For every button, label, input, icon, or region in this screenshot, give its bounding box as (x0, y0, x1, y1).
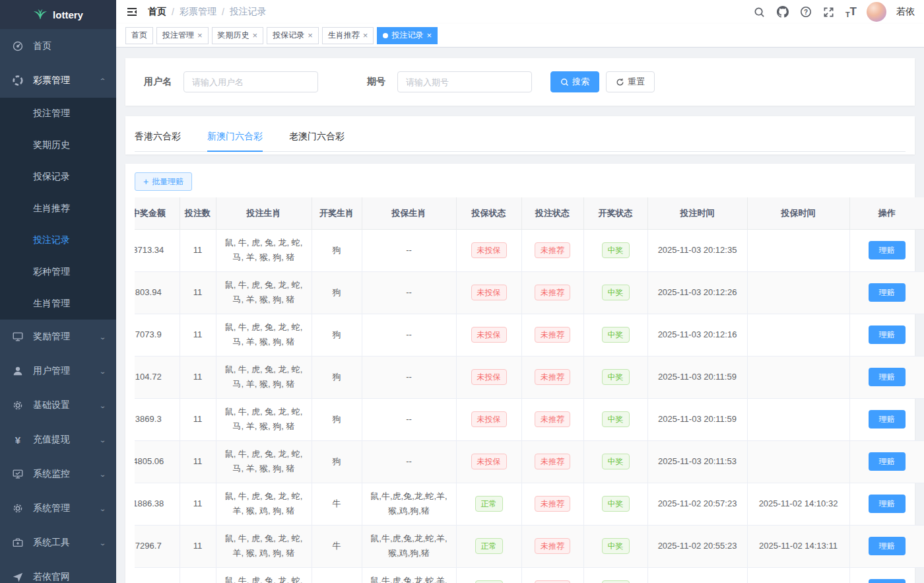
logo-text: lottery (53, 9, 83, 20)
draw-status-cell: 中奖 (583, 314, 647, 356)
sidebar-item-0[interactable]: 首页 (0, 29, 116, 63)
insure-time-cell (747, 314, 849, 356)
sidebar-item-7[interactable]: 系统管理⌄ (0, 491, 116, 526)
tag-active[interactable]: 投注记录× (377, 27, 438, 44)
lottery-tabs: 香港六合彩新澳门六合彩老澳门六合彩 (135, 124, 906, 152)
submenu-item[interactable]: 彩种管理 (0, 256, 116, 288)
fullscreen-icon[interactable] (822, 5, 836, 18)
sidebar-toggle-button[interactable] (125, 5, 139, 18)
bet-zodiac-cell: 鼠, 牛, 虎, 兔, 龙, 蛇, 马, 羊, 猴, 狗, 猪 (216, 229, 312, 271)
refresh-icon (616, 78, 624, 86)
tag-item[interactable]: 生肖推荐× (322, 27, 374, 44)
issue-input[interactable] (397, 71, 532, 92)
submenu-item[interactable]: 生肖管理 (0, 288, 116, 320)
search-button[interactable]: 搜索 (550, 71, 599, 92)
status-badge: 未投保 (471, 327, 507, 343)
username[interactable]: 若依 (896, 6, 915, 18)
batch-claim-label: 批量理赔 (152, 176, 183, 188)
sidebar-item-9[interactable]: 若依官网 (0, 560, 116, 583)
sidebar-item-label: 用户管理 (33, 365, 100, 377)
tab-0[interactable]: 香港六合彩 (135, 124, 181, 152)
draw-status-cell: 中奖 (583, 229, 647, 271)
tag-item[interactable]: 投保记录× (267, 27, 319, 44)
submenu-item[interactable]: 投注记录 (0, 224, 116, 256)
batch-claim-button[interactable]: + 批量理赔 (135, 172, 192, 191)
reset-button[interactable]: 重置 (606, 71, 655, 92)
status-badge: 中奖 (602, 538, 630, 554)
insured-zodiac-cell: -- (362, 398, 456, 440)
app-root: lottery 首页彩票管理⌃投注管理奖期历史投保记录生肖推荐投注记录彩种管理生… (0, 0, 924, 583)
insured-zodiac-cell: -- (362, 314, 456, 356)
navbar: 首页/彩票管理/投注记录 ? TT 若依 (116, 0, 924, 24)
fold-icon (126, 6, 138, 18)
github-icon[interactable] (776, 5, 789, 18)
close-icon[interactable]: × (363, 31, 368, 40)
tag-item[interactable]: 首页 (125, 27, 153, 44)
status-badge: 正常 (475, 496, 503, 512)
font-size-icon[interactable]: TT (845, 5, 857, 18)
insured-zodiac-cell: 鼠,牛,虎,兔,龙,蛇,羊,猴,鸡,狗,猪 (362, 525, 456, 567)
tag-label: 奖期历史 (218, 30, 249, 41)
table-header-row: 中奖金额投注数投注生肖开奖生肖投保生肖投保状态投注状态开奖状态投注时间投保时间操… (135, 197, 924, 229)
breadcrumb-item[interactable]: 首页 (148, 6, 166, 18)
claim-button[interactable]: 理赔 (869, 368, 906, 386)
sidebar-item-6[interactable]: 系统监控⌄ (0, 457, 116, 491)
close-icon[interactable]: × (197, 31, 203, 40)
insured-zodiac-cell: -- (362, 356, 456, 398)
sidebar-item-4[interactable]: 基础设置⌄ (0, 388, 116, 423)
sidebar: lottery 首页彩票管理⌃投注管理奖期历史投保记录生肖推荐投注记录彩种管理生… (0, 0, 116, 583)
draw-zodiac-cell: 狗 (312, 440, 362, 483)
status-badge: 未推荐 (535, 285, 570, 300)
tab-2[interactable]: 老澳门六合彩 (289, 124, 345, 152)
leaf-logo-icon (33, 9, 48, 20)
tools-icon (12, 537, 24, 549)
search-icon[interactable] (753, 5, 766, 18)
avatar[interactable] (867, 2, 886, 22)
close-icon[interactable]: × (426, 31, 432, 40)
status-badge: 正常 (475, 580, 503, 583)
insure-time-cell (747, 271, 849, 314)
submenu-item[interactable]: 投保记录 (0, 161, 116, 193)
claim-button[interactable]: 理赔 (869, 410, 906, 429)
sidebar-item-3[interactable]: 用户管理⌄ (0, 354, 116, 388)
sidebar-item-label: 奖励管理 (33, 331, 100, 343)
sidebar-item-8[interactable]: 系统工具⌄ (0, 526, 116, 560)
bet-time-cell: 2025-11-02 20:55:23 (647, 525, 747, 567)
navbar-actions: ? TT 若依 (753, 2, 915, 22)
claim-button[interactable]: 理赔 (869, 537, 906, 555)
help-icon[interactable]: ? (799, 5, 812, 18)
breadcrumb-item: 投注记录 (230, 6, 267, 18)
tab-1[interactable]: 新澳门六合彩 (207, 124, 263, 152)
table-row: 3280.7411鼠, 牛, 虎, 兔, 龙, 蛇, 羊, 猴, 鸡, 狗, 猪… (135, 567, 924, 583)
search-button-icon (560, 78, 569, 86)
claim-button[interactable]: 理赔 (869, 495, 906, 513)
records-table-wrap: 中奖金额投注数投注生肖开奖生肖投保生肖投保状态投注状态开奖状态投注时间投保时间操… (135, 197, 924, 583)
bet-time-cell: 2025-11-03 20:11:53 (647, 440, 747, 483)
bet-zodiac-cell: 鼠, 牛, 虎, 兔, 龙, 蛇, 羊, 猴, 鸡, 狗, 猪 (216, 525, 312, 567)
username-input[interactable] (183, 71, 318, 92)
close-icon[interactable]: × (308, 31, 313, 40)
claim-button[interactable]: 理赔 (869, 326, 906, 344)
draw-status-cell: 中奖 (583, 356, 647, 398)
sidebar-item-1[interactable]: 彩票管理⌃ (0, 63, 116, 98)
tag-label: 投注记录 (391, 30, 423, 41)
draw-zodiac-cell: 狗 (312, 314, 362, 356)
insure-time-cell (747, 440, 849, 483)
submenu-item[interactable]: 生肖推荐 (0, 193, 116, 224)
claim-button[interactable]: 理赔 (869, 579, 906, 583)
submenu-item[interactable]: 投注管理 (0, 98, 116, 129)
sidebar-item-2[interactable]: 奖励管理⌄ (0, 320, 116, 354)
tag-item[interactable]: 投注管理× (156, 27, 209, 44)
claim-button[interactable]: 理赔 (869, 241, 906, 259)
submenu-item[interactable]: 奖期历史 (0, 129, 116, 161)
close-icon[interactable]: × (253, 31, 258, 40)
sidebar-item-5[interactable]: ¥充值提现⌄ (0, 423, 116, 457)
tag-item[interactable]: 奖期历史× (212, 27, 264, 44)
claim-button[interactable]: 理赔 (869, 283, 906, 302)
claim-button[interactable]: 理赔 (869, 452, 906, 471)
bet-zodiac-cell: 鼠, 牛, 虎, 兔, 龙, 蛇, 羊, 猴, 鸡, 狗, 猪 (216, 483, 312, 525)
sidebar-item-label: 首页 (33, 40, 106, 52)
action-cell: 理赔 (849, 440, 924, 483)
logo[interactable]: lottery (0, 0, 116, 29)
draw-zodiac-cell: 狗 (312, 229, 362, 271)
